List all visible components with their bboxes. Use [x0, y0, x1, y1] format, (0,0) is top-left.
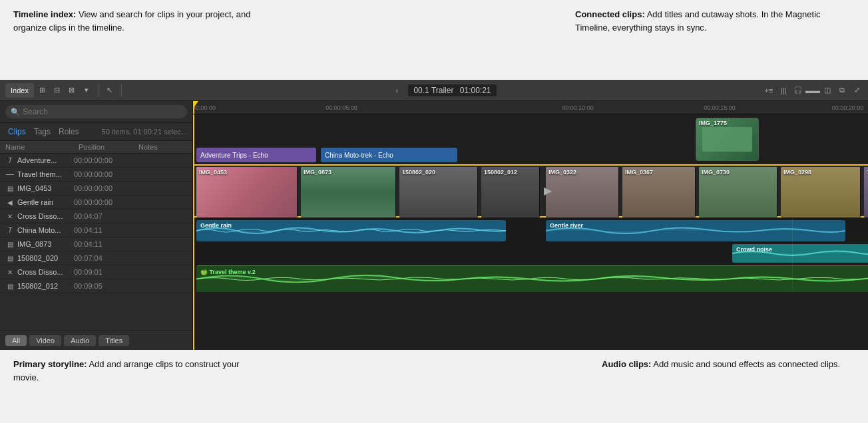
clip-position: 00:09:01 [74, 268, 134, 276]
clip-name: Cross Disso... [17, 212, 74, 220]
audio-separator [792, 217, 793, 291]
ruler-mark-1: 00:00:05:00 [326, 104, 357, 111]
list-item[interactable]: ✕ Cross Disso... 00:09:01 [0, 265, 192, 279]
list-header: Name Position Notes [0, 141, 192, 154]
zoom-icon[interactable]: ||| [777, 84, 789, 96]
clip-position: 00:04:11 [74, 240, 134, 248]
story-clip-150802c[interactable]: 150802c [864, 167, 868, 217]
story-clip-img0873[interactable]: IMG_0873 [301, 167, 396, 217]
list-item[interactable]: ✕ Cross Disso... 00:04:07 [0, 210, 192, 223]
clip-img0298-label: IMG_0298 [783, 169, 811, 176]
top-annotation: Timeline index: View and search for clip… [0, 0, 868, 80]
filter-video[interactable]: Video [29, 335, 61, 346]
timeline-content: IMG_1775 Adventure Trips - Echo China Mo… [193, 114, 868, 350]
list-item[interactable]: T China Moto... 00:04:11 [0, 223, 192, 237]
travel-theme-label: 🍏 Travel theme v.2 [200, 269, 256, 275]
bottom-annotation: Primary storyline: Add and arrange clips… [0, 350, 868, 423]
clip-position: 00:07:04 [74, 254, 134, 262]
clip-audio-icon[interactable]: ⊠ [66, 84, 78, 96]
bottom-right-text: Add music and sound effects as connected… [651, 359, 840, 369]
item-count: 50 items, 01:00:21 selec... [102, 128, 187, 136]
clip-name: IMG_0453 [17, 184, 74, 192]
tab-tags[interactable]: Tags [31, 126, 53, 138]
clip-position: 00:00:00:00 [74, 156, 134, 164]
list-item[interactable]: ▤ 150802_020 00:07:04 [0, 251, 192, 265]
playhead-head [193, 101, 198, 108]
clip-position: 00:00:00:00 [74, 184, 134, 192]
title-clip-adventure[interactable]: Adventure Trips - Echo [196, 148, 316, 162]
clip-type-icon: ✕ [5, 212, 15, 221]
headphones-icon[interactable]: 🎧 [792, 84, 804, 96]
story-clip-img0298[interactable]: IMG_0298 [781, 167, 861, 217]
top-left-bold: Timeline index: [13, 9, 76, 19]
list-item[interactable]: — Travel them... 00:00:00:00 [0, 168, 192, 182]
list-item[interactable]: ◀ Gentle rain 00:00:00:00 [0, 196, 192, 210]
tab-clips[interactable]: Clips [5, 126, 29, 138]
toolbar-right: +≡ ||| 🎧 ▬▬ ◫ ⧉ ⤢ [763, 84, 863, 96]
bottom-left-annotation: Primary storyline: Add and arrange clips… [13, 358, 266, 384]
clip-height-icon[interactable]: ⊟ [51, 84, 63, 96]
audio-crowd-noise[interactable]: Crowd noise [732, 244, 868, 263]
add-clip-icon[interactable]: +≡ [763, 84, 775, 96]
story-clip-img0453[interactable]: IMG_0453 [196, 167, 298, 217]
clip-type-icon: ✕ [5, 267, 15, 277]
audio-travel-theme[interactable]: 🍏 Travel theme v.2 [196, 265, 868, 292]
timecode-display: 00.1 Trailer 01:00:21 [408, 84, 496, 96]
toolbar-center: ‹ 00.1 Trailer 01:00:21 [127, 84, 760, 96]
clip-appearance-icon[interactable]: ⊞ [37, 84, 49, 96]
inspector-icon[interactable]: ◫ [821, 84, 833, 96]
clip-name: Gentle rain [17, 198, 74, 206]
layout-icon[interactable]: ⧉ [836, 84, 848, 96]
audio-tracks-area: Gentle rain Gentle river C [193, 217, 868, 291]
left-panel: 🔍 Clips Tags Roles 50 items, 01:00:21 se… [0, 101, 193, 350]
ruler-mark-4: 00:00:20:00 [832, 104, 864, 111]
clip-name: Adventure... [17, 156, 74, 164]
connected-clips-row: IMG_1775 Adventure Trips - Echo China Mo… [193, 114, 868, 164]
audio-gentle-river[interactable]: Gentle river [546, 220, 845, 241]
tab-roles[interactable]: Roles [56, 126, 82, 138]
clip-150802012-label: 150802_012 [484, 169, 517, 176]
story-clip-150802012[interactable]: 150802_012 [481, 167, 540, 217]
clip-type-icon: T [5, 225, 15, 235]
list-item[interactable]: T Adventure... 00:00:00:00 [0, 154, 192, 168]
audio-gentle-rain[interactable]: Gentle rain [196, 220, 506, 241]
story-clip-img0367[interactable]: IMG_0367 [622, 167, 696, 217]
search-wrapper[interactable]: 🔍 [5, 105, 187, 118]
filter-titles[interactable]: Titles [99, 335, 129, 346]
clip-list: T Adventure... 00:00:00:00 — Travel them… [0, 154, 192, 331]
top-left-annotation: Timeline index: View and search for clip… [13, 8, 266, 34]
clip-position: 00:04:07 [74, 212, 134, 220]
story-clip-150802020[interactable]: 150802_020 [399, 167, 478, 217]
clip-name: 150802_012 [17, 282, 74, 290]
list-item[interactable]: ▤ IMG_0873 00:04:11 [0, 237, 192, 251]
list-item[interactable]: ▤ IMG_0453 00:00:00:00 [0, 182, 192, 196]
playhead[interactable] [193, 101, 194, 114]
index-button[interactable]: Index [5, 83, 34, 98]
clip-more-icon[interactable]: ▾ [81, 84, 93, 96]
clip-position: 00:09:05 [74, 282, 134, 290]
clip-position: 00:04:11 [74, 226, 134, 234]
select-tool-icon[interactable]: ↖ [104, 84, 116, 96]
tabs-row: Clips Tags Roles 50 items, 01:00:21 sele… [0, 123, 192, 141]
clip-type-icon: ▤ [5, 184, 15, 193]
separator-2 [121, 84, 122, 97]
filter-all[interactable]: All [5, 335, 27, 346]
ruler-mark-2: 00:00:10:00 [562, 104, 594, 111]
prev-button[interactable]: ‹ [391, 84, 403, 96]
search-input[interactable] [23, 107, 182, 116]
col-header-name: Name [5, 143, 79, 151]
search-bar: 🔍 [0, 101, 192, 123]
crowd-noise-label: Crowd noise [736, 246, 772, 253]
primary-storyline: IMG_0453 IMG_0873 150802 [193, 164, 868, 217]
story-clip-img0730[interactable]: IMG_0730 [699, 167, 777, 217]
title-clip-china[interactable]: China Moto-trek - Echo [321, 148, 457, 162]
story-clip-img0322[interactable]: IMG_0322 [546, 167, 619, 217]
list-item[interactable]: ▤ 150802_012 00:09:05 [0, 279, 192, 293]
filter-audio[interactable]: Audio [64, 335, 96, 346]
connected-clip-img1775[interactable]: IMG_1775 [696, 118, 759, 161]
top-right-annotation: Connected clips: Add titles and cutaway … [575, 8, 855, 34]
audio-meter-icon[interactable]: ▬▬ [807, 84, 819, 96]
timeline-ruler: 00:00:00:00 00:00:05:00 00:00:10:00 00:0… [193, 101, 868, 114]
clip-img0453-label: IMG_0453 [199, 169, 227, 176]
fullscreen-icon[interactable]: ⤢ [851, 84, 863, 96]
